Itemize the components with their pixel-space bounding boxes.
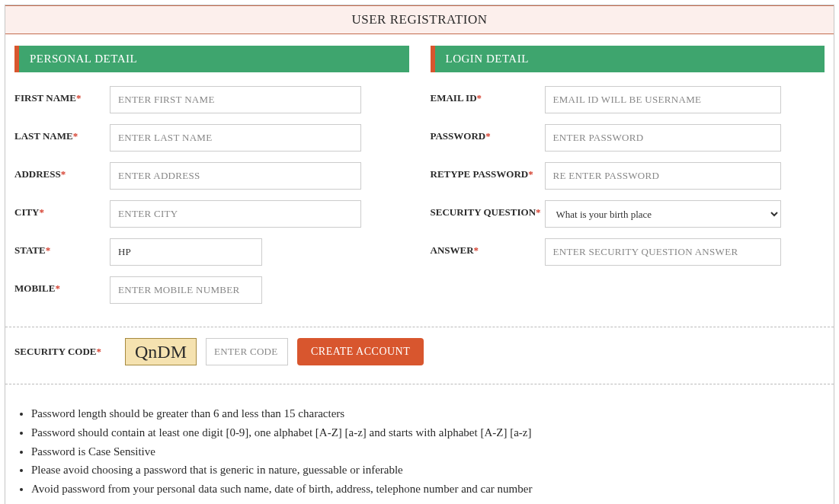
first-name-label: FIRST NAME* [14,86,110,104]
retype-password-field: RETYPE PASSWORD* [431,162,825,190]
required-asterisk: * [536,206,541,218]
address-label: ADDRESS* [14,162,110,180]
login-detail-header: LOGIN DETAIL [431,46,825,72]
password-field: PASSWORD* [431,124,825,152]
create-account-button[interactable]: CREATE ACCOUNT [297,338,424,365]
required-asterisk: * [73,130,78,142]
security-code-input[interactable] [206,338,288,365]
required-asterisk: * [46,244,51,256]
required-asterisk: * [477,92,482,104]
mobile-label: MOBILE* [14,276,110,295]
email-label: EMAIL ID* [431,86,545,104]
login-detail-section: LOGIN DETAIL EMAIL ID* PASSWORD* RETYPE … [431,46,825,314]
city-field: CITY* [14,200,409,228]
note-item: Please avoid choosing a password that is… [31,461,825,480]
registration-panel: USER REGISTRATION PERSONAL DETAIL FIRST … [5,5,834,504]
form-columns: PERSONAL DETAIL FIRST NAME* LAST NAME* A… [5,34,834,322]
state-input[interactable] [110,238,262,266]
password-input[interactable] [545,124,781,152]
personal-detail-section: PERSONAL DETAIL FIRST NAME* LAST NAME* A… [14,46,409,314]
required-asterisk: * [485,130,491,142]
state-label: STATE* [14,238,110,257]
last-name-label: LAST NAME* [14,124,110,142]
page-title: USER REGISTRATION [5,5,834,34]
note-item: It is good practice to commit your passw… [31,499,825,504]
address-input[interactable] [110,162,361,190]
note-item: Password is Case Sensitive [31,442,825,461]
personal-detail-header: PERSONAL DETAIL [14,46,409,72]
required-asterisk: * [55,282,60,294]
required-asterisk: * [528,168,533,180]
password-notes: Password length should be greater than 6… [5,395,834,504]
password-label: PASSWORD* [431,124,545,142]
email-field: EMAIL ID* [431,86,825,113]
required-asterisk: * [40,206,45,218]
retype-password-input[interactable] [545,162,781,190]
city-input[interactable] [110,200,361,228]
security-question-select[interactable]: What is your birth place [545,200,781,228]
retype-password-label: RETYPE PASSWORD* [431,162,545,180]
last-name-input[interactable] [110,124,361,152]
required-asterisk: * [76,92,82,104]
captcha-row: SECURITY CODE* QnDM CREATE ACCOUNT [5,338,834,379]
security-question-label: SECURITY QUESTION* [431,200,545,219]
first-name-field: FIRST NAME* [14,86,409,113]
security-code-label: SECURITY CODE* [14,346,116,358]
note-item: Password length should be greater than 6… [31,404,825,423]
required-asterisk: * [97,346,102,357]
last-name-field: LAST NAME* [14,124,409,152]
state-field: STATE* [14,238,409,266]
note-item: Password should contain at least one dig… [31,423,825,442]
required-asterisk: * [474,244,479,256]
email-input[interactable] [545,86,781,113]
note-item: Avoid password from your personal data s… [31,480,825,499]
mobile-input[interactable] [110,276,262,304]
first-name-input[interactable] [110,86,361,113]
security-question-field: SECURITY QUESTION* What is your birth pl… [431,200,825,228]
divider [5,384,834,384]
required-asterisk: * [61,168,66,180]
captcha-image: QnDM [125,338,197,365]
answer-field: ANSWER* [431,238,825,266]
city-label: CITY* [14,200,110,219]
answer-label: ANSWER* [431,238,545,257]
divider [5,327,834,327]
mobile-field: MOBILE* [14,276,409,304]
answer-input[interactable] [545,238,781,266]
address-field: ADDRESS* [14,162,409,190]
